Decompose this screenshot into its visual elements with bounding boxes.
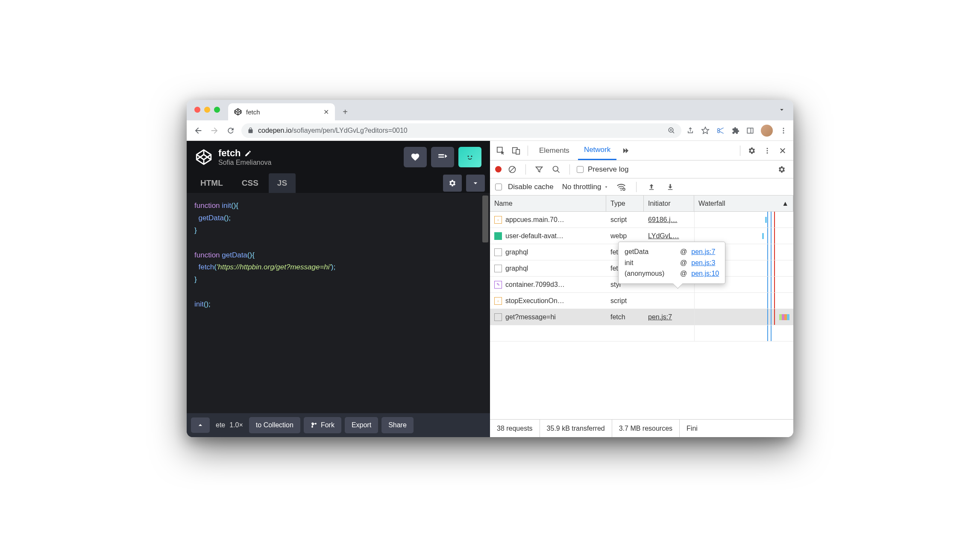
file-type-icon [494,232,502,240]
disable-cache-label: Disable cache [508,183,554,191]
tab-css[interactable]: CSS [233,173,267,193]
url-domain: codepen.io [258,127,291,134]
browser-tab[interactable]: fetch ✕ [228,103,335,120]
forward-button[interactable] [209,125,220,136]
svg-point-15 [767,150,768,151]
pen-author[interactable]: Sofia Emelianova [218,159,398,166]
new-tab-button[interactable]: + [338,105,352,119]
user-avatar[interactable] [458,147,481,167]
close-window-button[interactable] [194,107,200,113]
download-har-icon[interactable] [664,181,677,193]
file-type-icon: ⬨ [494,216,502,224]
inspect-element-icon[interactable] [494,144,507,157]
tab-network[interactable]: Network [578,141,616,160]
preserve-log-checkbox[interactable] [577,166,584,173]
minimize-window-button[interactable] [204,107,210,113]
sidepanel-icon[interactable] [746,127,754,134]
network-settings-icon[interactable] [775,163,788,176]
initiator-link[interactable] [644,293,694,309]
zoom-icon[interactable] [668,127,675,134]
to-collection-button[interactable]: to Collection [249,417,300,433]
settings-layout-button[interactable] [431,147,454,167]
record-button[interactable] [495,166,502,172]
network-table-body: ⬨appcues.main.70…script69186.j…user-defa… [490,212,793,419]
stack-link[interactable]: pen.js:7 [691,246,715,257]
svg-rect-13 [516,149,519,154]
svg-point-7 [783,130,784,131]
tab-js[interactable]: JS [269,173,296,193]
network-row[interactable]: get?message=hifetchpen.js:7 [490,309,793,325]
svg-line-18 [510,167,514,172]
col-waterfall[interactable]: Waterfall▲ [694,196,793,211]
initiator-callstack-tooltip: getData@ pen.js:7 init@ pen.js:3 (anonym… [618,242,725,284]
extensions-icon[interactable] [732,127,739,134]
filter-icon[interactable] [533,163,546,176]
file-type-icon [494,248,502,256]
devtools-kebab-icon[interactable] [761,144,774,157]
bookmark-star-icon[interactable] [701,126,710,135]
devtools-settings-icon[interactable] [745,144,758,157]
back-button[interactable] [193,125,204,136]
profile-avatar[interactable] [761,125,773,137]
col-initiator[interactable]: Initiator [644,196,694,211]
status-requests: 38 requests [490,420,540,437]
tabs-dropdown-icon[interactable] [778,106,786,114]
stack-link[interactable]: pen.js:10 [691,268,719,279]
disable-cache-checkbox[interactable] [495,184,502,190]
initiator-link[interactable]: pen.js:7 [644,309,694,325]
codepen-footer: ete1.0× to Collection Fork Export Share [187,413,490,437]
edit-title-icon[interactable] [244,150,252,157]
browser-toolbar: codepen.io/sofiayem/pen/LYdGvLg?editors=… [187,120,793,141]
editor-settings-button[interactable] [443,175,462,192]
lock-icon [247,127,254,134]
close-tab-icon[interactable]: ✕ [323,108,329,116]
reload-button[interactable] [225,125,236,136]
waterfall-cell [694,309,793,325]
stack-link[interactable]: pen.js:3 [691,257,715,268]
svg-rect-4 [747,128,753,133]
file-type-icon [494,265,502,272]
initiator-link[interactable]: 69186.j… [644,212,694,228]
col-type[interactable]: Type [606,196,644,211]
svg-point-16 [767,152,768,153]
export-button[interactable]: Export [345,417,378,433]
device-toolbar-icon[interactable] [510,144,522,157]
network-row[interactable]: ⬨stopExecutionOn…script [490,293,793,309]
upload-har-icon[interactable] [645,181,658,193]
clear-log-icon[interactable] [506,163,519,176]
network-row[interactable]: ⬨appcues.main.70…script69186.j… [490,212,793,228]
tab-html[interactable]: HTML [192,173,232,193]
svg-line-1 [672,131,674,133]
console-toggle-button[interactable] [191,417,210,433]
tab-elements[interactable]: Elements [533,141,575,160]
devtools-close-icon[interactable] [776,144,789,157]
maximize-window-button[interactable] [214,107,220,113]
network-conditions-icon[interactable] [615,181,628,193]
editor-dropdown-button[interactable] [466,175,485,192]
codepen-logo-icon[interactable] [195,149,212,166]
address-bar[interactable]: codepen.io/sofiayem/pen/LYdGvLg?editors=… [241,123,681,138]
heart-button[interactable] [404,147,427,167]
browser-tabstrip: fetch ✕ + [187,100,793,120]
more-tabs-icon[interactable] [619,144,632,157]
tab-title: fetch [246,108,319,116]
status-finish: Fini [680,420,704,437]
svg-point-6 [783,128,784,129]
waterfall-cell [694,293,793,309]
status-transferred: 35.9 kB transferred [540,420,612,437]
fork-button[interactable]: Fork [304,417,341,433]
code-editor[interactable]: function init(){ getData(); } function g… [187,193,490,413]
share-button[interactable]: Share [381,417,414,433]
preserve-log-label: Preserve log [588,165,628,174]
zoom-level: 1.0× [229,421,243,429]
codepen-panel: fetch Sofia Emelianova HTML CSS JS [187,141,490,437]
scissors-icon[interactable] [716,126,725,135]
throttling-select[interactable]: No throttling [562,183,609,191]
kebab-menu-icon[interactable] [780,127,787,134]
col-name[interactable]: Name [490,196,606,211]
network-table-header: Name Type Initiator Waterfall▲ [490,196,793,212]
search-icon[interactable] [550,163,563,176]
editor-scrollbar[interactable] [482,196,488,242]
share-icon[interactable] [687,127,694,134]
url-path: /sofiayem/pen/LYdGvLg?editors=0010 [291,127,407,134]
